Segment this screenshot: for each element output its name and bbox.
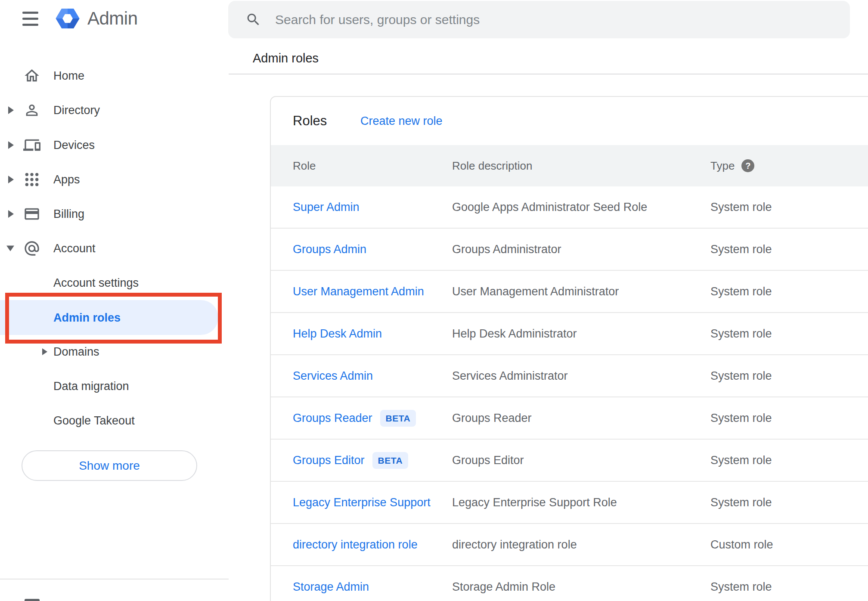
role-description: Help Desk Administrator (452, 327, 710, 341)
table-row: Legacy Enterprise Support Legacy Enterpr… (271, 482, 868, 524)
sidebar-subitem-label: Admin roles (53, 311, 121, 324)
role-description: Storage Admin Role (452, 580, 710, 594)
expand-caret-icon[interactable] (8, 210, 14, 218)
role-description: Groups Reader (452, 412, 710, 425)
roles-table-body: Super Admin Google Apps Administrator Se… (271, 186, 868, 601)
table-row: Groups Editor BETA Groups Editor System … (271, 440, 868, 482)
partial-bottom-icon (25, 599, 40, 601)
column-header-type: Type ? (710, 159, 868, 173)
header-divider (229, 74, 868, 74)
expand-caret-icon[interactable] (8, 176, 14, 183)
role-link[interactable]: Services Admin (293, 369, 373, 383)
admin-hexagon-logo-icon (55, 6, 81, 31)
beta-badge: BETA (372, 452, 409, 469)
expand-caret-icon[interactable] (42, 348, 47, 355)
table-row: directory integration role directory int… (271, 524, 868, 566)
role-link[interactable]: Legacy Enterprise Support (293, 496, 431, 509)
search-input[interactable] (275, 7, 837, 33)
role-link[interactable]: Groups Admin (293, 243, 366, 256)
column-header-role: Role (271, 159, 452, 173)
role-description: Legacy Enterprise Support Role (452, 496, 710, 509)
role-description: Groups Administrator (452, 243, 710, 256)
sidebar-subitem-account-settings[interactable]: Account settings (0, 266, 229, 300)
role-description: Google Apps Administrator Seed Role (452, 201, 710, 214)
role-description: User Management Administrator (452, 285, 710, 298)
role-link[interactable]: directory integration role (293, 538, 418, 551)
sidebar-item-home[interactable]: Home (0, 59, 229, 93)
sidebar-item-label: Apps (53, 173, 80, 186)
sidebar-item-devices[interactable]: Devices (0, 128, 229, 162)
expand-caret-icon[interactable] (8, 141, 14, 149)
role-type: System role (710, 412, 868, 425)
sidebar-subitem-label: Data migration (53, 380, 129, 393)
panel-title: Roles (293, 113, 327, 129)
credit-card-icon (23, 205, 40, 223)
role-type: System role (710, 285, 868, 298)
table-row: Services Admin Services Administrator Sy… (271, 355, 868, 397)
sidebar-item-label: Account (53, 242, 96, 255)
create-new-role-link[interactable]: Create new role (360, 115, 443, 128)
beta-badge: BETA (380, 410, 416, 427)
sidebar: Admin Home Directory Devices (0, 0, 229, 601)
sidebar-subitem-label: Google Takeout (53, 414, 135, 428)
sidebar-bottom-divider (0, 579, 229, 579)
role-link[interactable]: Super Admin (293, 201, 360, 214)
sidebar-subitem-label: Domains (53, 345, 99, 359)
table-row: Storage Admin Storage Admin Role System … (271, 566, 868, 601)
role-type: System role (710, 454, 868, 467)
table-row: Groups Reader BETA Groups Reader System … (271, 397, 868, 440)
table-row: Groups Admin Groups Administrator System… (271, 229, 868, 271)
sidebar-subitem-label: Account settings (53, 276, 139, 290)
role-link[interactable]: User Management Admin (293, 285, 424, 298)
show-more-button[interactable]: Show more (22, 450, 197, 481)
role-type: System role (710, 201, 868, 214)
sidebar-item-account[interactable]: Account (0, 231, 229, 266)
column-header-description: Role description (452, 159, 710, 173)
role-link[interactable]: Help Desk Admin (293, 327, 382, 341)
table-row: User Management Admin User Management Ad… (271, 271, 868, 313)
collapse-caret-icon[interactable] (6, 246, 14, 251)
app-logo: Admin (55, 5, 138, 32)
role-link[interactable]: Groups Reader (293, 412, 372, 425)
role-type: System role (710, 496, 868, 509)
page-title: Admin roles (253, 51, 319, 65)
table-row: Help Desk Admin Help Desk Administrator … (271, 313, 868, 355)
at-email-icon (23, 240, 40, 257)
app-title: Admin (87, 8, 138, 29)
role-description: directory integration role (452, 538, 710, 551)
apps-grid-icon (23, 171, 40, 188)
role-link[interactable]: Groups Editor (293, 454, 365, 467)
sidebar-item-label: Devices (53, 139, 95, 152)
role-type: System role (710, 243, 868, 256)
role-link[interactable]: Storage Admin (293, 580, 369, 594)
sidebar-item-billing[interactable]: Billing (0, 197, 229, 231)
sidebar-item-label: Directory (53, 104, 100, 117)
sidebar-subitem-admin-roles[interactable]: Admin roles (0, 300, 229, 335)
sidebar-item-label: Billing (53, 208, 84, 221)
sidebar-item-directory[interactable]: Directory (0, 93, 229, 127)
search-icon (245, 12, 261, 28)
sidebar-item-apps[interactable]: Apps (0, 162, 229, 197)
home-icon (23, 67, 40, 84)
role-type: System role (710, 327, 868, 341)
person-icon (23, 102, 40, 119)
role-type: System role (710, 369, 868, 383)
menu-hamburger-icon[interactable] (22, 12, 38, 26)
global-search-bar[interactable] (228, 1, 850, 38)
expand-caret-icon[interactable] (8, 106, 14, 114)
devices-icon (23, 136, 40, 154)
roles-panel: Roles Create new role Role Role descript… (270, 96, 868, 601)
role-type: Custom role (710, 538, 868, 551)
roles-table-header: Role Role description Type ? (271, 145, 868, 186)
roles-panel-header: Roles Create new role (271, 97, 868, 145)
role-description: Services Administrator (452, 369, 710, 383)
sidebar-subitem-google-takeout[interactable]: Google Takeout (0, 403, 229, 438)
role-type: System role (710, 580, 868, 594)
sidebar-subitem-domains[interactable]: Domains (0, 335, 229, 369)
help-icon[interactable]: ? (741, 159, 754, 172)
role-description: Groups Editor (452, 454, 710, 467)
column-header-type-label: Type (710, 159, 735, 173)
sidebar-subitem-data-migration[interactable]: Data migration (0, 369, 229, 403)
sidebar-item-label: Home (53, 69, 84, 83)
table-row: Super Admin Google Apps Administrator Se… (271, 186, 868, 229)
